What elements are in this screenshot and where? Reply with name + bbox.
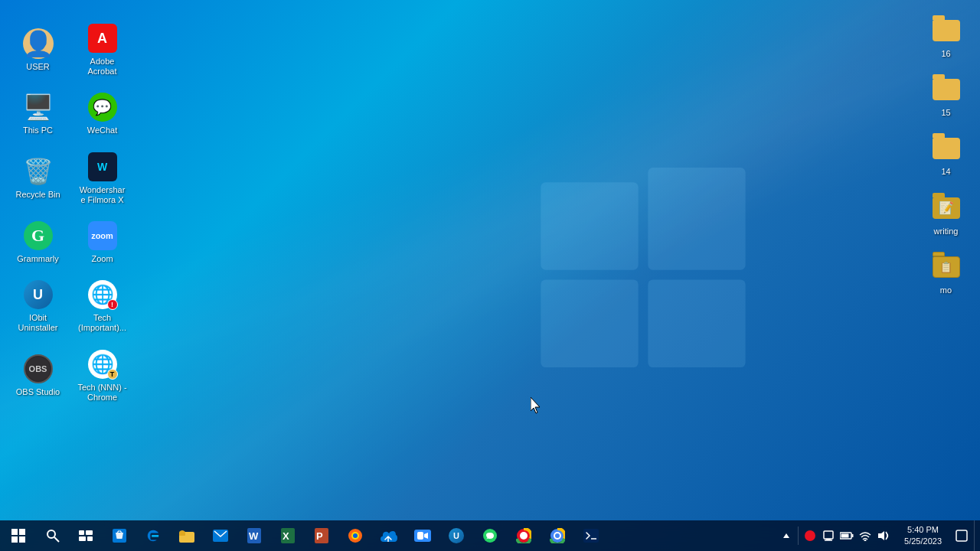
wondershare-icon: W xyxy=(87,152,118,182)
system-tray xyxy=(773,520,897,551)
tray-network[interactable] xyxy=(856,520,874,551)
folder-writing-label: writing xyxy=(934,227,959,236)
desktop-icon-folder-mo[interactable]: 📋 mo xyxy=(917,246,975,302)
tech-nnn-icon-label: Tech (NNN) - Chrome xyxy=(77,383,127,403)
adobe-icon-label: Adobe Acrobat xyxy=(77,57,127,77)
tray-divider xyxy=(798,527,799,545)
svg-point-31 xyxy=(521,533,526,538)
tray-recording[interactable] xyxy=(801,520,819,551)
svg-rect-37 xyxy=(824,531,833,539)
desktop-icon-wechat[interactable]: 💬 WeChat xyxy=(74,86,131,142)
desktop-icon-iobit[interactable]: U IObit Uninstaller xyxy=(9,273,67,339)
desktop-icon-thispc[interactable]: 🖥️ This PC xyxy=(9,86,67,142)
folder-16-icon xyxy=(931,15,962,46)
icon-row-3: G Grammarly zoom Zoom xyxy=(8,213,132,272)
start-button[interactable] xyxy=(0,520,37,551)
svg-point-8 xyxy=(47,530,55,538)
svg-rect-42 xyxy=(841,534,849,538)
svg-rect-4 xyxy=(11,529,18,535)
tech-chrome-icon-label: Tech (Important)... xyxy=(77,313,127,333)
desktop-icon-zoom[interactable]: zoom Zoom xyxy=(74,214,131,270)
desktop-icon-folder-16[interactable]: 16 xyxy=(917,9,975,65)
tech-nnn-icon: 🌐 T xyxy=(87,349,118,380)
iobit-icon: U xyxy=(23,279,54,310)
clock-time: 5:40 PM xyxy=(907,524,939,536)
taskbar-icon-terminal[interactable] xyxy=(574,520,608,551)
svg-rect-41 xyxy=(852,534,854,537)
svg-point-26 xyxy=(353,533,358,538)
desktop-icon-user[interactable]: 👤 USER xyxy=(9,17,67,83)
svg-rect-12 xyxy=(79,536,86,541)
svg-rect-44 xyxy=(956,530,967,541)
taskbar-icon-whatsapp[interactable] xyxy=(473,520,507,551)
desktop-icon-tech-nnn[interactable]: 🌐 T Tech (NNN) - Chrome xyxy=(74,343,131,409)
icon-row-1: 🖥️ This PC 💬 WeChat xyxy=(8,84,132,143)
recording-dot-icon xyxy=(805,530,815,541)
taskbar-icon-mail[interactable] xyxy=(204,520,237,551)
tray-volume[interactable] xyxy=(874,520,893,551)
system-clock[interactable]: 5:40 PM 5/25/2023 xyxy=(897,520,949,551)
taskbar-icon-firefox[interactable] xyxy=(338,520,372,551)
folder-16-label: 16 xyxy=(941,49,950,59)
grammarly-icon: G xyxy=(23,220,54,251)
taskbar-icon-powerpoint[interactable]: P xyxy=(305,520,338,551)
folder-writing-icon: 📝 xyxy=(931,193,962,223)
taskbar-icon-edge[interactable] xyxy=(136,520,170,551)
desktop-icon-folder-14[interactable]: 14 xyxy=(917,127,975,183)
zoom-icon: zoom xyxy=(87,220,118,251)
desktop-icon-folder-15[interactable]: 15 xyxy=(917,68,975,124)
recyclebin-icon: 🗑️ xyxy=(23,156,54,187)
desktop-icon-recyclebin[interactable]: 🗑️ Recycle Bin xyxy=(9,145,67,211)
icon-row-0: 👤 USER A Adobe Acrobat xyxy=(8,15,132,84)
grammarly-icon-label: Grammarly xyxy=(17,254,58,264)
desktop-icon-folder-writing[interactable]: 📝 writing xyxy=(917,187,975,243)
notification-button[interactable] xyxy=(949,520,974,551)
thispc-icon: 🖥️ xyxy=(23,92,54,122)
folder-14-label: 14 xyxy=(941,167,950,177)
taskbar-search-button[interactable] xyxy=(37,520,69,551)
taskbar-icon-chrome[interactable] xyxy=(541,520,574,551)
svg-text:W: W xyxy=(249,530,259,542)
adobe-acrobat-icon: A xyxy=(87,23,118,54)
desktop-icon-tech-chrome[interactable]: 🌐 ! Tech (Important)... xyxy=(74,273,131,339)
taskbar-icon-excel[interactable]: X xyxy=(271,520,305,551)
user-icon-label: USER xyxy=(26,62,50,72)
obs-icon-label: OBS Studio xyxy=(16,387,60,397)
clock-date: 5/25/2023 xyxy=(904,536,942,547)
taskbar-icon-onedrive[interactable] xyxy=(372,520,406,551)
desktop-icon-wondershare[interactable]: W Wondershare Filmora X xyxy=(74,145,131,211)
taskbar-icon-store[interactable] xyxy=(103,520,136,551)
icon-row-4: U IObit Uninstaller 🌐 ! Tech (Important)… xyxy=(8,272,132,341)
iobit-icon-label: IObit Uninstaller xyxy=(13,313,63,333)
wondershare-icon-label: Wondershare Filmora X xyxy=(77,185,127,205)
svg-rect-6 xyxy=(11,536,18,543)
svg-rect-35 xyxy=(583,529,599,543)
tray-virtualbox[interactable] xyxy=(819,520,838,551)
desktop-icon-adobe[interactable]: A Adobe Acrobat xyxy=(74,17,131,83)
folder-mo-label: mo xyxy=(940,285,952,295)
folder-mo-icon: 📋 xyxy=(931,252,962,282)
desktop-icons-right: 16 15 14 📝 w xyxy=(916,8,976,303)
svg-point-43 xyxy=(864,540,867,541)
taskbar-icon-word[interactable]: W xyxy=(237,520,271,551)
svg-text:X: X xyxy=(283,530,289,542)
taskbar-icon-chrome-red[interactable] xyxy=(507,520,541,551)
folder-15-icon xyxy=(931,74,962,105)
taskbar-pinned-icons: W X P xyxy=(103,520,608,551)
taskbar-task-view[interactable] xyxy=(69,520,103,551)
tray-battery[interactable] xyxy=(838,520,856,551)
taskbar-icon-zoom[interactable] xyxy=(406,520,439,551)
tray-chevron[interactable] xyxy=(777,520,795,551)
windows-logo-watermark xyxy=(536,153,750,367)
obs-icon: OBS xyxy=(23,354,54,384)
show-desktop-button[interactable] xyxy=(974,520,980,551)
svg-rect-0 xyxy=(541,182,638,270)
svg-text:P: P xyxy=(316,530,323,542)
desktop-icon-grammarly[interactable]: G Grammarly xyxy=(9,214,67,270)
svg-rect-27 xyxy=(417,532,423,540)
taskbar-icon-file-explorer[interactable] xyxy=(170,520,204,551)
user-avatar-icon: 👤 xyxy=(23,28,54,59)
svg-rect-11 xyxy=(86,530,93,535)
desktop-icon-obs[interactable]: OBS OBS Studio xyxy=(9,343,67,409)
taskbar-icon-iobit[interactable]: U xyxy=(439,520,473,551)
